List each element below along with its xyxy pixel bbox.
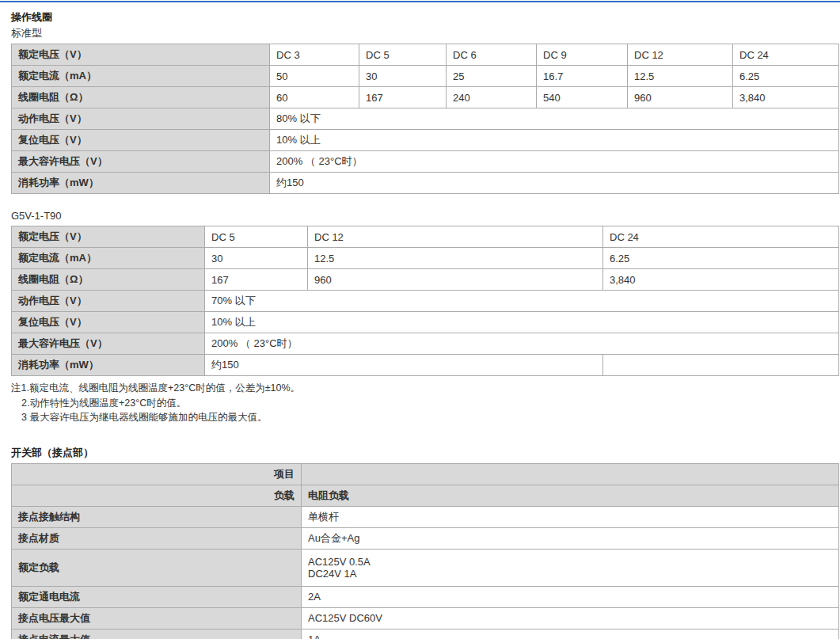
- cell-coil-resistance-4: 960: [628, 87, 733, 108]
- cell-rated-current-3: 16.7: [537, 66, 628, 87]
- cell-rated-voltage-0: DC 3: [270, 44, 359, 66]
- row-label-contact-structure: 接点接触结构: [12, 506, 302, 527]
- cell-max-voltage: 200% （ 23°C时）: [270, 151, 839, 173]
- cell-power-empty: [603, 355, 839, 376]
- subtitle-standard-type: 标准型: [11, 26, 838, 40]
- cell-coil-resistance-0: 167: [205, 269, 308, 291]
- row-label-contact-material: 接点材质: [12, 527, 302, 549]
- table-row: 动作电压（V） 70% 以下: [12, 291, 839, 312]
- cell-rated-voltage-0: DC 5: [205, 226, 308, 248]
- cell-coil-resistance-3: 540: [537, 87, 628, 108]
- cell-carry-current: 2A: [302, 586, 839, 607]
- table-row: 消耗功率（mW） 约150: [12, 355, 839, 376]
- contact-table: 项目 负载 电阻负载 接点接触结构 单横杆 接点材质 Au合金+Ag 额定负载 …: [11, 463, 839, 639]
- note-line-2: 2.动作特性为线圈温度+23°C时的值。: [11, 396, 838, 411]
- cell-rated-voltage-2: DC 24: [603, 226, 839, 248]
- cell-max-contact-voltage: AC125V DC60V: [302, 607, 839, 629]
- table-row: 额定负载 AC125V 0.5A DC24V 1A: [12, 549, 839, 586]
- cell-release-voltage: 10% 以上: [270, 130, 839, 151]
- row-label-rated-voltage: 额定电压（V）: [12, 226, 205, 248]
- header-item-empty: [302, 463, 839, 485]
- table-row: 最大容许电压（V） 200% （ 23°C时）: [12, 333, 839, 355]
- cell-rated-voltage-5: DC 24: [733, 44, 839, 66]
- cell-power: 约150: [270, 173, 839, 194]
- cell-rated-current-4: 12.5: [628, 66, 733, 87]
- coil-notes: 注1.额定电流、线圈电阻为线圈温度+23°C时的值，公差为±10%。 2.动作特…: [11, 381, 838, 425]
- cell-coil-resistance-2: 3,840: [603, 269, 839, 291]
- row-label-max-contact-voltage: 接点电压最大值: [12, 607, 302, 629]
- cell-coil-resistance-1: 960: [308, 269, 603, 291]
- header-item: 项目: [12, 463, 302, 485]
- table-row: 接点电流最大值 1A: [12, 629, 839, 639]
- cell-contact-structure: 单横杆: [302, 506, 839, 527]
- table-row: 动作电压（V） 80% 以下: [12, 108, 839, 130]
- cell-operate-voltage: 80% 以下: [270, 108, 839, 130]
- row-label-operate-voltage: 动作电压（V）: [12, 291, 205, 312]
- cell-coil-resistance-0: 60: [270, 87, 359, 108]
- cell-rated-load: AC125V 0.5A DC24V 1A: [302, 549, 839, 586]
- section-title-contact: 开关部（接点部）: [11, 446, 838, 460]
- row-label-carry-current: 额定通电电流: [12, 586, 302, 607]
- table-row: 复位电压（V） 10% 以上: [12, 312, 839, 333]
- cell-rated-voltage-4: DC 12: [628, 44, 733, 66]
- row-label-max-contact-current: 接点电流最大值: [12, 629, 302, 639]
- coil-standard-table: 额定电压（V） DC 3 DC 5 DC 6 DC 9 DC 12 DC 24 …: [11, 44, 839, 194]
- cell-contact-material: Au合金+Ag: [302, 527, 839, 549]
- note-line-1: 注1.额定电流、线圈电阻为线圈温度+23°C时的值，公差为±10%。: [11, 381, 838, 396]
- table-row: 线圈电阻（Ω） 167 960 3,840: [12, 269, 839, 291]
- cell-coil-resistance-5: 3,840: [733, 87, 839, 108]
- table-row: 线圈电阻（Ω） 60 167 240 540 960 3,840: [12, 87, 839, 108]
- cell-rated-voltage-2: DC 6: [447, 44, 537, 66]
- subtitle-g5v-1-t90: G5V-1-T90: [11, 210, 838, 222]
- cell-max-voltage: 200% （ 23°C时）: [205, 333, 839, 355]
- cell-coil-resistance-1: 167: [359, 87, 447, 108]
- row-label-rated-current: 额定电流（mA）: [12, 248, 205, 269]
- row-label-coil-resistance: 线圈电阻（Ω）: [12, 87, 270, 108]
- table-row: 接点接触结构 单横杆: [12, 506, 839, 527]
- cell-rated-voltage-1: DC 12: [308, 226, 603, 248]
- section-title-operating-coil: 操作线圈: [11, 10, 838, 25]
- note-line-3: 3 最大容许电压为继电器线圈能够施加的电压的最大值。: [11, 410, 838, 425]
- cell-operate-voltage: 70% 以下: [205, 291, 839, 312]
- table-row: 额定电压（V） DC 3 DC 5 DC 6 DC 9 DC 12 DC 24: [12, 44, 839, 66]
- table-row: 项目: [12, 463, 839, 485]
- table-row: 复位电压（V） 10% 以上: [12, 130, 839, 151]
- cell-rated-current-5: 6.25: [733, 66, 839, 87]
- cell-rated-current-2: 6.25: [603, 248, 839, 269]
- row-label-rated-current: 额定电流（mA）: [12, 66, 270, 87]
- table-row: 额定电压（V） DC 5 DC 12 DC 24: [12, 226, 839, 248]
- cell-rated-current-2: 25: [447, 66, 537, 87]
- row-label-coil-resistance: 线圈电阻（Ω）: [12, 269, 205, 291]
- page-top-accent-line: [0, 1, 840, 2]
- row-label-max-voltage: 最大容许电压（V）: [12, 151, 270, 173]
- cell-rated-voltage-3: DC 9: [537, 44, 628, 66]
- rated-load-line-1: AC125V 0.5A: [308, 556, 832, 568]
- row-label-power: 消耗功率（mW）: [12, 355, 205, 376]
- header-load-type: 电阻负载: [302, 485, 839, 506]
- row-label-power: 消耗功率（mW）: [12, 173, 270, 194]
- row-label-release-voltage: 复位电压（V）: [12, 312, 205, 333]
- row-label-rated-load: 额定负载: [12, 549, 302, 586]
- rated-load-line-2: DC24V 1A: [308, 568, 832, 580]
- table-row: 负载 电阻负载: [12, 485, 839, 506]
- table-row: 消耗功率（mW） 约150: [12, 173, 839, 194]
- coil-t90-table: 额定电压（V） DC 5 DC 12 DC 24 额定电流（mA） 30 12.…: [11, 226, 839, 376]
- row-label-rated-voltage: 额定电压（V）: [12, 44, 270, 66]
- spec-content: 操作线圈 标准型 额定电压（V） DC 3 DC 5 DC 6 DC 9 DC …: [11, 10, 838, 639]
- cell-power: 约150: [205, 355, 603, 376]
- table-row: 额定电流（mA） 30 12.5 6.25: [12, 248, 839, 269]
- cell-rated-current-1: 12.5: [308, 248, 603, 269]
- table-row: 接点电压最大值 AC125V DC60V: [12, 607, 839, 629]
- cell-max-contact-current: 1A: [302, 629, 839, 639]
- cell-coil-resistance-2: 240: [447, 87, 537, 108]
- cell-rated-current-0: 30: [205, 248, 308, 269]
- cell-rated-voltage-1: DC 5: [359, 44, 447, 66]
- table-row: 最大容许电压（V） 200% （ 23°C时）: [12, 151, 839, 173]
- cell-rated-current-0: 50: [270, 66, 359, 87]
- row-label-operate-voltage: 动作电压（V）: [12, 108, 270, 130]
- row-label-max-voltage: 最大容许电压（V）: [12, 333, 205, 355]
- header-load: 负载: [12, 485, 302, 506]
- row-label-release-voltage: 复位电压（V）: [12, 130, 270, 151]
- cell-release-voltage: 10% 以上: [205, 312, 839, 333]
- table-row: 接点材质 Au合金+Ag: [12, 527, 839, 549]
